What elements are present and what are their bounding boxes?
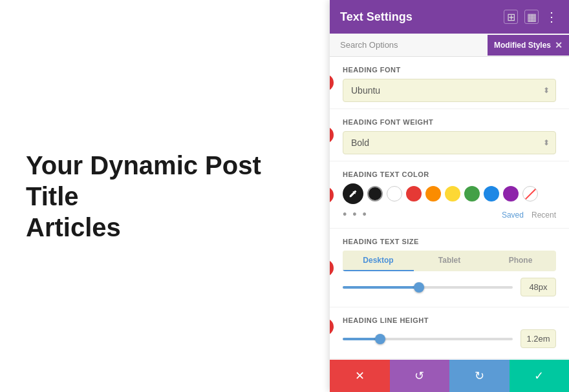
color-swatch-row (343, 183, 556, 204)
heading-font-weight-label: Heading Font Weight (343, 118, 556, 126)
badge-2: 2 (330, 127, 334, 143)
modified-styles-label: Modified Styles (494, 41, 551, 50)
color-swatch-yellow[interactable] (445, 186, 460, 201)
badge-number-3: 3 (330, 187, 334, 203)
color-swatch-red[interactable] (406, 186, 422, 201)
color-swatch-blue[interactable] (484, 186, 499, 201)
badge-3: 3 (330, 187, 334, 203)
device-tabs: Desktop Tablet Phone (343, 251, 556, 271)
heading-line-height-group: 5 Heading Line Height 1.2em (330, 307, 569, 359)
badge-1: 1 (330, 74, 334, 91)
post-title-line2: Articles (26, 213, 121, 242)
post-title-line1: Your Dynamic Post Title (26, 151, 261, 211)
heading-font-group: 1 Heading Font Ubuntu Roboto Open Sans L… (330, 57, 569, 109)
settings-content: 1 Heading Font Ubuntu Roboto Open Sans L… (330, 57, 569, 360)
heading-text-size-label: Heading Text Size (343, 238, 556, 245)
color-swatch-orange[interactable] (425, 186, 441, 201)
search-modified-bar: Search Options Modified Styles ✕ (330, 34, 569, 57)
heading-font-select[interactable]: Ubuntu Roboto Open Sans Lato Montserrat (343, 79, 556, 102)
color-swatch-white[interactable] (387, 186, 402, 201)
color-dots-row: • • • Saved Recent (343, 208, 556, 222)
line-height-slider-track[interactable] (343, 338, 513, 340)
tab-desktop[interactable]: Desktop (343, 251, 414, 271)
modified-styles-close[interactable]: ✕ (555, 40, 563, 50)
panel-header: Text Settings ⊞ ▦ ⋮ (330, 0, 569, 34)
heading-font-weight-select[interactable]: Bold Normal Light Thin Black (343, 131, 556, 154)
heading-font-select-wrapper: Ubuntu Roboto Open Sans Lato Montserrat (343, 79, 556, 102)
line-height-slider-thumb[interactable] (375, 334, 385, 344)
heading-line-height-label: Heading Line Height (343, 316, 556, 324)
saved-button[interactable]: Saved (502, 211, 524, 220)
expand-colors-button[interactable]: • • • (343, 208, 368, 222)
text-size-slider-track[interactable] (343, 286, 513, 289)
badge-number-2: 2 (330, 127, 334, 143)
text-size-value[interactable]: 48px (521, 278, 556, 296)
action-bar: ✕ ↺ ↻ ✓ (330, 360, 569, 392)
badge-number-1: 1 (330, 74, 334, 91)
redo-button[interactable]: ↻ (449, 360, 510, 392)
color-swatch-green[interactable] (464, 186, 480, 201)
line-height-value[interactable]: 1.2em (521, 329, 556, 348)
left-content-area: Your Dynamic Post Title Articles (0, 0, 330, 392)
panel-title: Text Settings (340, 10, 413, 24)
color-swatch-transparent[interactable] (522, 186, 538, 201)
more-options-icon[interactable]: ⋮ (545, 9, 559, 25)
text-size-slider-fill (343, 286, 419, 289)
tab-tablet[interactable]: Tablet (414, 251, 485, 271)
save-button[interactable]: ✓ (510, 360, 570, 392)
badge-4: 4 (330, 260, 334, 276)
badge-number-4: 4 (330, 260, 334, 276)
grid-icon[interactable]: ▦ (524, 10, 539, 24)
text-size-slider-thumb[interactable] (414, 282, 424, 293)
text-size-slider-row: 48px (343, 278, 556, 296)
text-settings-panel: Text Settings ⊞ ▦ ⋮ Search Options Modif… (330, 0, 569, 392)
recent-button[interactable]: Recent (531, 211, 556, 220)
saved-recent-group: Saved Recent (502, 211, 556, 220)
heading-font-weight-select-wrapper: Bold Normal Light Thin Black (343, 131, 556, 154)
cancel-button[interactable]: ✕ (330, 360, 390, 392)
panel-header-icons: ⊞ ▦ ⋮ (504, 9, 559, 25)
heading-font-weight-group: 2 Heading Font Weight Bold Normal Light … (330, 109, 569, 161)
eyedropper-button[interactable] (343, 183, 363, 204)
target-icon[interactable]: ⊞ (504, 10, 518, 24)
heading-text-color-label: Heading Text Color (343, 170, 556, 178)
tab-phone[interactable]: Phone (485, 251, 556, 271)
post-title: Your Dynamic Post Title Articles (26, 150, 310, 243)
reset-button[interactable]: ↺ (390, 360, 450, 392)
line-height-slider-row: 1.2em (343, 329, 556, 348)
badge-5: 5 (330, 318, 334, 335)
heading-text-color-group: 3 Heading Text Color • • (330, 161, 569, 229)
color-swatch-black[interactable] (367, 186, 383, 201)
color-swatch-purple[interactable] (503, 186, 519, 201)
heading-text-size-group: 4 Heading Text Size Desktop Tablet Phone… (330, 229, 569, 307)
heading-font-label: Heading Font (343, 66, 556, 74)
search-options-button[interactable]: Search Options (330, 34, 488, 56)
badge-number-5: 5 (330, 318, 334, 335)
modified-styles-badge[interactable]: Modified Styles ✕ (488, 35, 569, 56)
